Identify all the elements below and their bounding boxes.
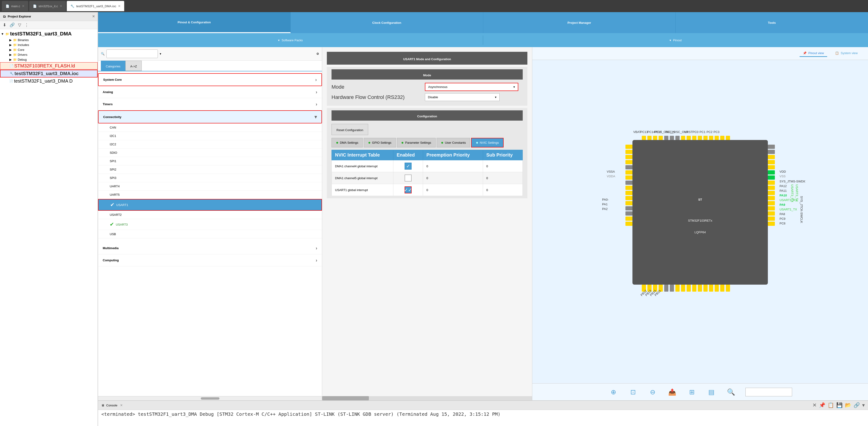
settings-icon[interactable]: ⚙ bbox=[316, 52, 319, 56]
tab-pinout-view[interactable]: 📌 Pinout view bbox=[800, 50, 827, 57]
config-item-usart1[interactable]: ✔ USART1 bbox=[98, 199, 322, 211]
svg-text:PC2: PC2 bbox=[707, 130, 712, 134]
tree-item-drivers[interactable]: ▶ 📁 Drivers bbox=[0, 52, 98, 57]
svg-rect-85 bbox=[642, 136, 646, 140]
svg-rect-32 bbox=[768, 145, 775, 149]
config-section-system-core[interactable]: System Core › bbox=[98, 73, 322, 86]
filter-btn[interactable]: ▽ bbox=[17, 22, 22, 28]
enabled-checkbox[interactable] bbox=[405, 163, 411, 170]
panel-button[interactable]: ▤ bbox=[706, 387, 716, 397]
tab-categories[interactable]: Categories bbox=[101, 61, 125, 71]
svg-rect-21 bbox=[625, 170, 632, 174]
tab-ioc[interactable]: 🔧 testSTM32F1_uart3_DMA.ioc × bbox=[67, 1, 124, 11]
export-button[interactable]: 📤 bbox=[667, 387, 677, 397]
tab-dma-settings[interactable]: ● DMA Settings bbox=[332, 138, 363, 148]
close-icon[interactable]: × bbox=[118, 4, 121, 9]
tab-clock-config[interactable]: Clock Configuration bbox=[291, 12, 483, 33]
pin-icon[interactable]: 📌 bbox=[819, 402, 825, 408]
dropdown-icon[interactable]: ▾ bbox=[160, 52, 161, 56]
tree-item-binaries[interactable]: ▶ 📁 Binaries bbox=[0, 38, 98, 42]
config-panel: 🔍 ▾ ⚙ Categories A->Z bbox=[98, 47, 322, 400]
config-section-multimedia[interactable]: Multimedia › bbox=[98, 242, 322, 254]
tree-item-root[interactable]: ▼ 📁 testSTM32F1_uart3_DMA bbox=[0, 30, 98, 38]
tab-nvic-settings[interactable]: ● NVIC Settings bbox=[471, 138, 503, 148]
svg-text:SYS_JTMS-SWDIO: SYS_JTMS-SWDIO bbox=[779, 179, 805, 183]
tree-item-includes[interactable]: ▶ 📁 Includes bbox=[0, 42, 98, 47]
collapse-all-btn[interactable]: ⬇ bbox=[2, 22, 7, 28]
config-item-spi2[interactable]: SPI2 bbox=[98, 165, 322, 174]
clear-icon[interactable]: ✕ bbox=[812, 402, 817, 408]
tree-item-core[interactable]: ▶ 📁 Core bbox=[0, 47, 98, 52]
config-item-spi3[interactable]: SPI3 bbox=[98, 174, 322, 182]
search-input[interactable] bbox=[106, 50, 158, 58]
link-editor-btn[interactable]: 🔗 bbox=[9, 22, 16, 28]
folder-icon: 📁 bbox=[13, 58, 17, 61]
close-icon[interactable]: × bbox=[22, 4, 25, 9]
config-section-analog[interactable]: Analog › bbox=[98, 86, 322, 98]
tree-item-ioc[interactable]: 🔧 testSTM32F1_uart3_DMA.ioc bbox=[0, 70, 98, 77]
col-header-interrupt: NVIC Interrupt Table bbox=[332, 150, 393, 160]
svg-rect-19 bbox=[625, 160, 632, 164]
config-item-usart3[interactable]: ✔ USART3 bbox=[98, 219, 322, 230]
config-section-connectivity[interactable]: Connectivity ▾ bbox=[98, 110, 322, 123]
tree-item-debug[interactable]: ▶ 📁 Debug bbox=[0, 57, 98, 62]
checkmark-icon: ✔ bbox=[110, 221, 114, 227]
tab-stm32f1xx[interactable]: 📄 stm32f1xx_it.c × bbox=[29, 1, 66, 11]
config-item-spi1[interactable]: SPI1 bbox=[98, 157, 322, 165]
config-item-i2c1[interactable]: I2C1 bbox=[98, 132, 322, 140]
config-item-sdio[interactable]: SDIO bbox=[98, 149, 322, 157]
zoom-out-button[interactable]: ⊖ bbox=[647, 387, 658, 397]
config-item-uart5[interactable]: UART5 bbox=[98, 191, 322, 199]
tab-system-view[interactable]: 📋 System view bbox=[832, 50, 861, 57]
link-icon[interactable]: 🔗 bbox=[854, 402, 860, 408]
svg-text:VDDA: VDDA bbox=[607, 174, 615, 178]
scroll-thumb[interactable] bbox=[201, 397, 219, 400]
enabled-checkbox-highlighted[interactable]: ✓ bbox=[405, 187, 411, 193]
svg-rect-44 bbox=[768, 206, 775, 210]
tab-pinout-config[interactable]: Pinout & Configuration bbox=[98, 12, 291, 33]
svg-rect-23 bbox=[625, 181, 632, 185]
config-section-computing[interactable]: Computing › bbox=[98, 254, 322, 266]
config-item-uart4[interactable]: UART4 bbox=[98, 182, 322, 191]
tab-user-constants[interactable]: ● User Constants bbox=[437, 138, 470, 148]
tree-item-dma-d[interactable]: 📄 testSTM32F1_uart3_DMA D bbox=[0, 78, 98, 85]
chevron-down-icon[interactable]: ▾ bbox=[862, 402, 865, 408]
scroll-thumb[interactable] bbox=[322, 396, 369, 400]
subheader-pinout[interactable]: ▾ Pinout bbox=[483, 38, 868, 42]
search-button[interactable]: 🔍 bbox=[726, 387, 736, 397]
more-btn[interactable]: ⋮ bbox=[24, 22, 30, 28]
tab-main-c[interactable]: 📄 main.c × bbox=[2, 1, 28, 11]
tab-gpio-settings[interactable]: ● GPIO Settings bbox=[364, 138, 396, 148]
mode-select[interactable]: Asynchronous ▾ bbox=[425, 83, 518, 91]
reset-configuration-button[interactable]: Reset Configuration bbox=[332, 124, 368, 135]
tab-az[interactable]: A->Z bbox=[125, 61, 142, 71]
enabled-checkbox[interactable] bbox=[405, 174, 411, 182]
svg-text:PC0: PC0 bbox=[692, 130, 698, 134]
config-item-usart2[interactable]: USART2 bbox=[98, 211, 322, 219]
subheader-software-packs[interactable]: ▾ Software Packs bbox=[98, 38, 483, 42]
tab-parameter-settings[interactable]: ● Parameter Settings bbox=[397, 138, 436, 148]
flow-control-select[interactable]: Disable ▾ bbox=[425, 93, 500, 101]
split-button[interactable]: ⊞ bbox=[687, 387, 697, 397]
tab-project-manager[interactable]: Project Manager bbox=[483, 12, 676, 33]
fit-view-button[interactable]: ⊡ bbox=[628, 387, 638, 397]
save-icon[interactable]: 💾 bbox=[836, 402, 842, 408]
close-icon[interactable]: × bbox=[92, 14, 95, 19]
copy-icon[interactable]: 📋 bbox=[828, 402, 834, 408]
horizontal-scrollbar[interactable] bbox=[322, 396, 532, 400]
config-section-timers[interactable]: Timers › bbox=[98, 98, 322, 110]
zoom-in-button[interactable]: ⊕ bbox=[608, 387, 618, 397]
close-icon[interactable]: × bbox=[60, 4, 62, 9]
config-item-i2c2[interactable]: I2C2 bbox=[98, 140, 322, 149]
tab-tools[interactable]: Tools bbox=[676, 12, 868, 33]
open-icon[interactable]: 📂 bbox=[845, 402, 851, 408]
interrupt-name: DMA1 channel4 global interrupt bbox=[332, 160, 393, 172]
config-item-can[interactable]: CAN bbox=[98, 123, 322, 132]
chip-search-input[interactable] bbox=[745, 388, 792, 396]
config-item-usb[interactable]: USB bbox=[98, 230, 322, 238]
svg-text:NRST: NRST bbox=[684, 130, 692, 134]
tree-item-flash[interactable]: 📄 STM32F103RETX_FLASH.ld bbox=[0, 62, 98, 69]
dot-icon: ● bbox=[368, 140, 371, 145]
chevron-right-icon: › bbox=[316, 89, 317, 95]
close-tab-icon[interactable]: × bbox=[120, 403, 123, 408]
